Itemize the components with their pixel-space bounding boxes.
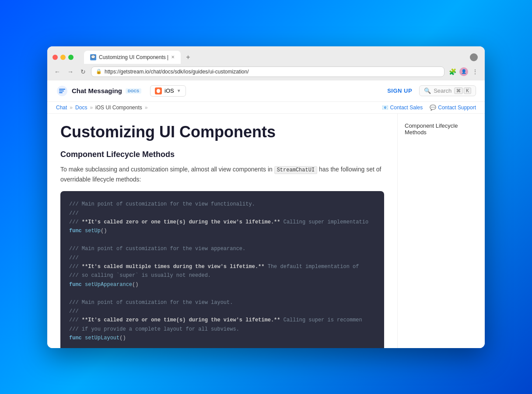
cmd-key: ⌘ — [454, 87, 463, 94]
platform-icon — [155, 87, 162, 94]
code-line-12: /// Main point of customization for the … — [69, 298, 375, 307]
search-box[interactable]: 🔍 Search ⌘ K — [419, 85, 476, 96]
reload-button[interactable]: ↻ — [79, 67, 88, 76]
breadcrumb-docs[interactable]: Docs — [75, 105, 87, 111]
sidebar-lifecycle-link[interactable]: Component Lifecycle Methods — [405, 122, 478, 136]
browser-menu-icon[interactable] — [470, 53, 478, 61]
user-avatar-icon[interactable]: 👤 — [459, 67, 468, 76]
forward-button[interactable]: → — [66, 67, 75, 76]
contact-sales-label: Contact Sales — [390, 105, 423, 111]
code-line-7: /// — [69, 254, 375, 262]
platform-selector[interactable]: iOS ▼ — [150, 85, 186, 97]
code-line-6: /// Main point of customization for the … — [69, 244, 375, 253]
main-layout: Customizing UI Components Component Life… — [47, 114, 485, 348]
content-area: Customizing UI Components Component Life… — [47, 114, 397, 348]
address-bar-row: ← → ↻ 🔒 https://getstream.io/chat/docs/s… — [47, 64, 485, 80]
logo-area: Chat Messaging docs — [56, 85, 141, 97]
platform-label: iOS — [164, 87, 174, 94]
breadcrumb-sep-2: » — [90, 105, 93, 111]
docs-badge: docs — [126, 88, 141, 94]
minimize-button[interactable] — [60, 55, 66, 60]
url-text: https://getstream.io/chat/docs/sdk/ios/g… — [105, 69, 249, 75]
new-tab-button[interactable]: + — [182, 51, 194, 64]
breadcrumb-sep-1: » — [70, 105, 73, 111]
code-line-17 — [69, 343, 375, 348]
code-line-10: func setUpAppearance() — [69, 280, 375, 289]
section-heading: Component Lifecycle Methods — [60, 150, 384, 159]
code-line-15: /// if you provide a complete layout for… — [69, 325, 375, 334]
breadcrumb-current: iOS UI Components — [95, 105, 142, 111]
code-line-16: func setUpLayout() — [69, 334, 375, 342]
tab-bar: 💬 Customizing UI Components | ✕ + — [84, 51, 466, 64]
tab-close-button[interactable]: ✕ — [171, 55, 175, 59]
title-bar: 💬 Customizing UI Components | ✕ + — [47, 46, 485, 64]
code-line-1: /// Main point of customization for the … — [69, 200, 375, 209]
right-sidebar: Component Lifecycle Methods — [397, 114, 485, 348]
code-line-14: /// **It's called zero or one time(s) du… — [69, 316, 375, 324]
site-header: Chat Messaging docs iOS ▼ SIGN UP 🔍 Sear… — [47, 80, 485, 102]
code-line-11 — [69, 289, 375, 298]
logo-text: Chat Messaging — [72, 87, 122, 94]
traffic-lights — [52, 55, 74, 60]
browser-window: 💬 Customizing UI Components | ✕ + ← → ↻ … — [47, 46, 485, 348]
code-line-13: /// — [69, 307, 375, 316]
browser-chrome: 💬 Customizing UI Components | ✕ + ← → ↻ … — [47, 46, 485, 80]
code-line-2: /// — [69, 209, 375, 218]
intro-text-start: To make subclassing and customization si… — [60, 166, 273, 173]
k-key: K — [464, 87, 471, 94]
tab-favicon: 💬 — [90, 54, 96, 60]
toolbar-icons: 🧩 👤 ⋮ — [448, 67, 480, 76]
search-shortcut: ⌘ K — [454, 87, 471, 94]
contact-support-link[interactable]: 💬 Contact Support — [430, 105, 476, 111]
code-line-4: func setUp() — [69, 227, 375, 235]
close-button[interactable] — [52, 55, 58, 60]
inline-code: StreamChatUI — [274, 166, 317, 174]
breadcrumb-bar: Chat » Docs » iOS UI Components » 📧 Cont… — [47, 102, 485, 114]
back-button[interactable]: ← — [52, 67, 62, 76]
extensions-icon[interactable]: 🧩 — [448, 67, 457, 76]
sales-icon: 📧 — [382, 105, 388, 111]
page-content: Chat Messaging docs iOS ▼ SIGN UP 🔍 Sear… — [47, 80, 485, 348]
lock-icon: 🔒 — [96, 69, 102, 74]
tab-title: Customizing UI Components | — [99, 54, 168, 60]
contact-support-label: Contact Support — [438, 105, 476, 111]
browser-menu-dots[interactable]: ⋮ — [471, 67, 480, 76]
code-line-3: /// **It's called zero or one time(s) du… — [69, 218, 375, 227]
breadcrumb-chat[interactable]: Chat — [56, 105, 67, 111]
address-bar[interactable]: 🔒 https://getstream.io/chat/docs/sdk/ios… — [91, 66, 444, 77]
support-icon: 💬 — [430, 105, 436, 111]
contact-sales-link[interactable]: 📧 Contact Sales — [382, 105, 423, 111]
code-block: /// Main point of customization for the … — [60, 191, 384, 348]
logo-icon — [56, 85, 68, 97]
breadcrumb-sep-3: » — [145, 105, 148, 111]
platform-chevron-icon: ▼ — [177, 88, 181, 93]
code-line-9: /// so calling `super` is usually not ne… — [69, 271, 375, 280]
signup-button[interactable]: SIGN UP — [387, 87, 412, 94]
code-line-8: /// **It's called multiple times during … — [69, 262, 375, 271]
active-tab[interactable]: 💬 Customizing UI Components | ✕ — [84, 51, 181, 64]
intro-paragraph: To make subclassing and customization si… — [60, 164, 384, 185]
page-title: Customizing UI Components — [60, 122, 384, 141]
code-line-5 — [69, 236, 375, 244]
header-right: SIGN UP 🔍 Search ⌘ K — [387, 85, 476, 96]
search-placeholder: Search — [434, 87, 452, 94]
maximize-button[interactable] — [68, 55, 74, 60]
search-icon: 🔍 — [424, 87, 431, 94]
breadcrumb-actions: 📧 Contact Sales 💬 Contact Support — [382, 105, 476, 111]
